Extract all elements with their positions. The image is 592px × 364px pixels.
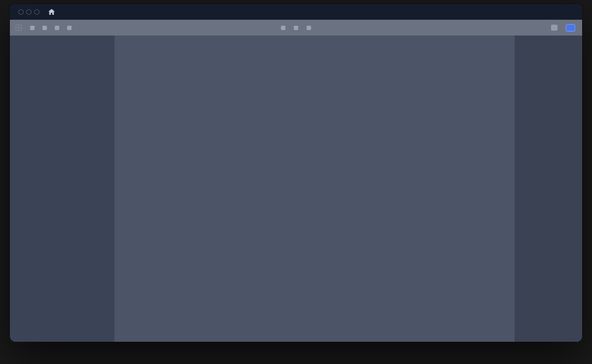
tool-icon-4[interactable]: [67, 26, 72, 30]
tool-icon-5[interactable]: [281, 26, 286, 30]
content-area: [10, 36, 582, 342]
app-window: [10, 4, 582, 342]
tool-icon-7[interactable]: [307, 26, 311, 30]
close-window-icon[interactable]: [18, 9, 24, 15]
share-button[interactable]: [566, 24, 575, 32]
home-icon[interactable]: [48, 9, 55, 15]
zoom-window-icon[interactable]: [34, 9, 39, 15]
tool-icon-2[interactable]: [42, 26, 47, 30]
main-canvas: [114, 36, 582, 342]
tool-icon-6[interactable]: [294, 26, 298, 30]
inspector-panel: [515, 36, 582, 342]
tool-icon-3[interactable]: [55, 26, 59, 30]
title-bar: [10, 4, 582, 20]
app-logo-icon[interactable]: [15, 24, 22, 31]
toolbar: [10, 20, 582, 36]
minimize-window-icon[interactable]: [26, 9, 32, 15]
tool-icon-1[interactable]: [30, 26, 35, 30]
panel-toggle-icon[interactable]: [551, 25, 557, 31]
left-sidebar: [10, 36, 114, 342]
